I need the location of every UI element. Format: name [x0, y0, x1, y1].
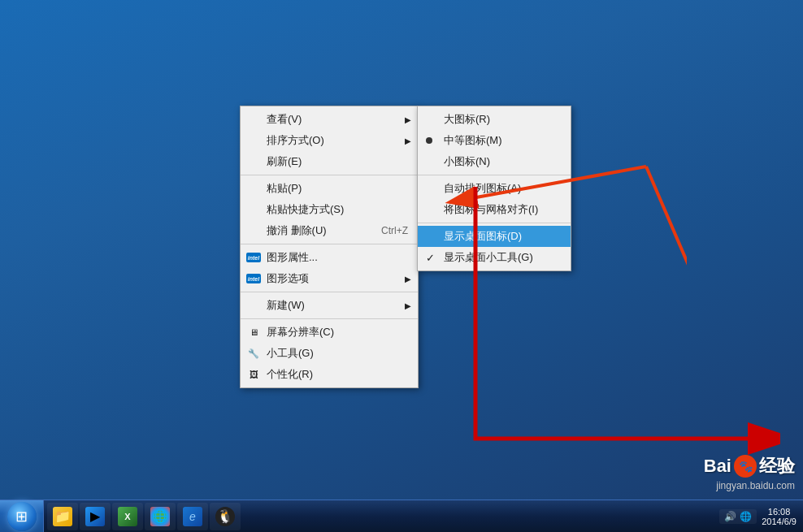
baidu-paw-icon: 🐾 [734, 455, 757, 478]
taskbar-pinned-items: 📁 ▶ X 🌐 e 🐧 [44, 500, 244, 532]
menu-item-paste[interactable]: 粘贴(P) [241, 178, 418, 199]
menu-item-gadgets[interactable]: 🔧 小工具(G) [241, 343, 418, 364]
sub-menu-separator-2 [418, 223, 571, 223]
system-tray: 🔊 🌐 [719, 509, 757, 524]
submenu-arrow-graphics: ▶ [405, 275, 411, 283]
taskbar-item-media[interactable]: ▶ [80, 503, 111, 530]
media-icon: ▶ [85, 507, 105, 526]
sub-menu-item-show-desktop-icons[interactable]: 显示桌面图标(D) [418, 226, 571, 247]
sub-menu-item-small-icons[interactable]: 小图标(N) [418, 151, 571, 172]
sub-menu-item-auto-arrange[interactable]: 自动排列图标(A) [418, 178, 571, 199]
menu-separator-1 [241, 175, 418, 175]
menu-item-personalize[interactable]: 🖼 个性化(R) [241, 364, 418, 385]
taskbar-item-penguin[interactable]: 🐧 [210, 503, 241, 530]
sub-menu-item-align-grid[interactable]: 将图标与网格对齐(I) [418, 199, 571, 220]
clock[interactable]: 16:08 2014/6/9 [762, 507, 796, 526]
taskbar-right: 🔊 🌐 16:08 2014/6/9 [713, 507, 803, 526]
penguin-icon: 🐧 [215, 507, 235, 526]
menu-item-view[interactable]: 查看(V) ▶ [241, 109, 418, 130]
intel-icon-props: intel [245, 251, 262, 264]
menu-separator-4 [241, 318, 418, 319]
taskbar-item-excel[interactable]: X [112, 503, 143, 530]
taskbar-item-chrome[interactable]: 🌐 [145, 503, 176, 530]
taskbar-item-ie[interactable]: e [177, 503, 208, 530]
shortcut-undo: Ctrl+Z [381, 225, 408, 236]
menu-item-screen-res[interactable]: 🖥 屏幕分辨率(C) [241, 322, 418, 343]
sub-menu-separator-1 [418, 175, 571, 175]
sub-menu-item-medium-icons[interactable]: 中等图标(M) [418, 130, 571, 151]
menu-item-refresh[interactable]: 刷新(E) [241, 151, 418, 172]
baidu-url: jingyan.baidu.com [716, 480, 795, 491]
intel-icon-opts: intel [245, 272, 262, 285]
menu-item-paste-shortcut[interactable]: 粘贴快捷方式(S) [241, 199, 418, 220]
personalize-icon: 🖼 [245, 368, 262, 381]
tray-icon-2: 🌐 [740, 511, 752, 522]
folder-icon: 📁 [53, 507, 72, 526]
tray-icon-1: 🔊 [724, 511, 736, 522]
menu-item-sort[interactable]: 排序方式(O) ▶ [241, 130, 418, 151]
clock-time: 16:08 [762, 507, 796, 517]
radio-selected-medium [426, 137, 432, 144]
submenu-arrow-sort: ▶ [405, 136, 411, 145]
sub-menu-item-show-gadgets[interactable]: ✓ 显示桌面小工具(G) [418, 247, 571, 268]
baidu-text-jingyan: 经验 [759, 454, 795, 478]
menu-item-new[interactable]: 新建(W) ▶ [241, 295, 418, 316]
menu-item-graphics-props[interactable]: intel 图形属性... [241, 247, 418, 268]
excel-icon: X [118, 507, 137, 526]
clock-date: 2014/6/9 [762, 517, 796, 526]
menu-item-graphics-opts[interactable]: intel 图形选项 ▶ [241, 268, 418, 289]
baidu-text-bai: Bai [704, 456, 731, 477]
start-button[interactable] [0, 500, 44, 533]
submenu-arrow-new: ▶ [405, 301, 411, 310]
menu-item-undo[interactable]: 撤消 删除(U) Ctrl+Z [241, 220, 418, 241]
ie-icon: e [183, 507, 202, 526]
checkmark-gadgets: ✓ [426, 252, 435, 264]
baidu-watermark: Bai 🐾 经验 jingyan.baidu.com [704, 454, 795, 491]
taskbar: 📁 ▶ X 🌐 e 🐧 🔊 🌐 [0, 500, 803, 532]
gadgets-icon: 🔧 [245, 347, 262, 360]
baidu-logo: Bai 🐾 经验 [704, 454, 795, 478]
context-menu-sub: 大图标(R) 中等图标(M) 小图标(N) 自动排列图标(A) 将图标与网格对齐… [417, 106, 571, 271]
svg-line-2 [646, 167, 687, 337]
start-orb [7, 502, 37, 531]
submenu-arrow-view: ▶ [405, 115, 411, 124]
context-menu-main: 查看(V) ▶ 排序方式(O) ▶ 刷新(E) 粘贴(P) 粘贴快捷方式(S) … [240, 106, 419, 388]
desktop: 查看(V) ▶ 排序方式(O) ▶ 刷新(E) 粘贴(P) 粘贴快捷方式(S) … [0, 0, 803, 532]
chrome-icon: 🌐 [150, 507, 170, 526]
sub-menu-item-large-icons[interactable]: 大图标(R) [418, 109, 571, 130]
menu-separator-3 [241, 292, 418, 292]
taskbar-item-folder[interactable]: 📁 [47, 503, 78, 530]
screen-res-icon: 🖥 [245, 326, 262, 339]
menu-separator-2 [241, 244, 418, 244]
